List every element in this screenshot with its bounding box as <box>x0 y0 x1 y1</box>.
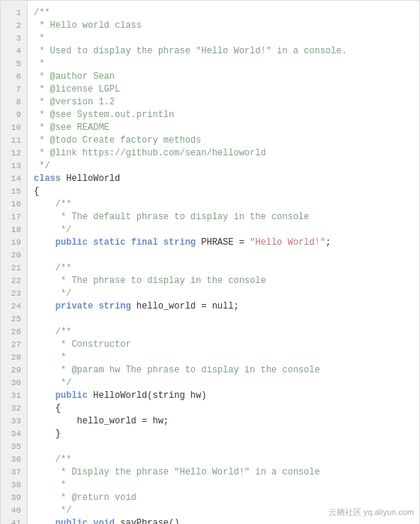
code-line: * <box>34 32 419 45</box>
code-line: /** <box>34 198 419 211</box>
token-plain: hello_world = hw; <box>34 416 169 426</box>
token-comment: * Used to display the phrase "Hello Worl… <box>34 46 347 56</box>
code-line: * <box>34 58 419 71</box>
code-line: /** <box>34 326 419 339</box>
line-number: 30 <box>1 377 27 390</box>
token-comment: * @todo Create factory methods <box>34 135 201 146</box>
token-plain: } <box>34 429 61 439</box>
line-number: 4 <box>1 45 27 58</box>
token-comment: * @license LGPL <box>34 84 120 95</box>
code-line: * The phrase to display in the console <box>34 275 419 288</box>
token-plain: HelloWorld(string hw) <box>93 390 206 401</box>
token-comment: */ <box>34 288 71 299</box>
token-comment: * The default phrase to display in the c… <box>34 212 309 222</box>
code-line: * @see System.out.println <box>34 109 419 122</box>
line-number: 37 <box>1 466 27 479</box>
line-number: 40 <box>1 504 27 517</box>
token-comment: /** <box>34 199 71 209</box>
line-number: 23 <box>1 288 27 300</box>
token-keyword: class <box>34 173 66 184</box>
code-line: public HelloWorld(string hw) <box>34 390 419 402</box>
line-number: 10 <box>1 122 27 134</box>
code-line: class HelloWorld <box>34 173 419 185</box>
code-line: { <box>34 185 419 198</box>
token-comment: * <box>34 33 44 44</box>
line-number: 3 <box>1 32 27 45</box>
code-line: private string hello_world = null; <box>34 300 419 313</box>
token-comment: * Constructor <box>34 339 131 350</box>
token-comment: * Display the phrase "Hello World!" in a… <box>34 467 320 477</box>
line-number: 17 <box>1 211 27 224</box>
code-editor: 1234567891011121314151617181920212223242… <box>0 0 420 524</box>
code-line: * <box>34 351 419 364</box>
token-comment: */ <box>34 505 71 516</box>
token-comment: * <box>34 59 44 69</box>
code-line: * @author Sean <box>34 71 419 83</box>
line-number: 2 <box>1 20 27 32</box>
line-number: 22 <box>1 275 27 288</box>
token-comment: * @return void <box>34 492 136 503</box>
code-line: /** <box>34 7 419 20</box>
line-number: 12 <box>1 147 27 160</box>
line-number: 20 <box>1 249 27 262</box>
token-plain: HelloWorld <box>66 173 120 184</box>
token-comment: /** <box>34 327 71 337</box>
line-number: 8 <box>1 96 27 109</box>
token-plain <box>34 237 56 248</box>
line-number: 18 <box>1 224 27 236</box>
code-line: hello_world = hw; <box>34 415 419 428</box>
token-plain: ; <box>326 237 331 248</box>
code-line: */ <box>34 160 419 173</box>
token-plain: { <box>34 403 61 414</box>
token-keyword: string <box>164 237 196 248</box>
token-comment: * Hello world class <box>34 20 142 31</box>
code-line <box>34 441 419 453</box>
code-line: * Display the phrase "Hello World!" in a… <box>34 466 419 479</box>
token-plain: hello_world = null; <box>131 301 239 312</box>
line-number: 32 <box>1 402 27 415</box>
token-comment: */ <box>34 161 50 171</box>
line-number: 13 <box>1 160 27 173</box>
code-line: */ <box>34 224 419 236</box>
token-keyword: string <box>98 301 130 312</box>
code-line: * @license LGPL <box>34 83 419 96</box>
line-number: 9 <box>1 109 27 122</box>
code-line: * Hello world class <box>34 20 419 32</box>
token-plain <box>34 518 56 524</box>
token-comment: /** <box>34 263 71 273</box>
line-number: 27 <box>1 339 27 351</box>
code-line: /** <box>34 262 419 275</box>
code-line: } <box>34 428 419 441</box>
code-line: /** <box>34 453 419 466</box>
code-line: * @link https://github.com/sean/hellowor… <box>34 147 419 160</box>
line-number: 34 <box>1 428 27 441</box>
token-comment: */ <box>34 224 71 235</box>
line-number: 7 <box>1 83 27 96</box>
token-comment: /** <box>34 8 50 18</box>
code-line: public void sayPhrase() <box>34 517 419 524</box>
token-comment: * @link https://github.com/sean/hellowor… <box>34 148 266 158</box>
line-number: 31 <box>1 390 27 402</box>
token-keyword: private <box>56 301 99 312</box>
line-number: 33 <box>1 415 27 428</box>
line-number: 38 <box>1 479 27 492</box>
line-number: 1 <box>1 7 27 20</box>
code-line: { <box>34 402 419 415</box>
code-line: */ <box>34 288 419 300</box>
token-comment: * @see README <box>34 122 110 133</box>
code-line <box>34 313 419 326</box>
token-comment: * <box>34 352 66 363</box>
code-line: */ <box>34 377 419 390</box>
token-string: "Hello World!" <box>250 237 326 248</box>
line-number: 35 <box>1 441 27 453</box>
token-plain: PHRASE = <box>196 237 250 248</box>
line-number: 15 <box>1 185 27 198</box>
line-number: 41 <box>1 517 27 524</box>
code-line: * Constructor <box>34 339 419 351</box>
code-line: * @version 1.2 <box>34 96 419 109</box>
line-number: 21 <box>1 262 27 275</box>
token-comment: * @see System.out.println <box>34 110 174 120</box>
code-line: * @see README <box>34 122 419 134</box>
token-comment: * @version 1.2 <box>34 97 115 107</box>
code-content-area[interactable]: /** * Hello world class * * Used to disp… <box>28 1 419 524</box>
